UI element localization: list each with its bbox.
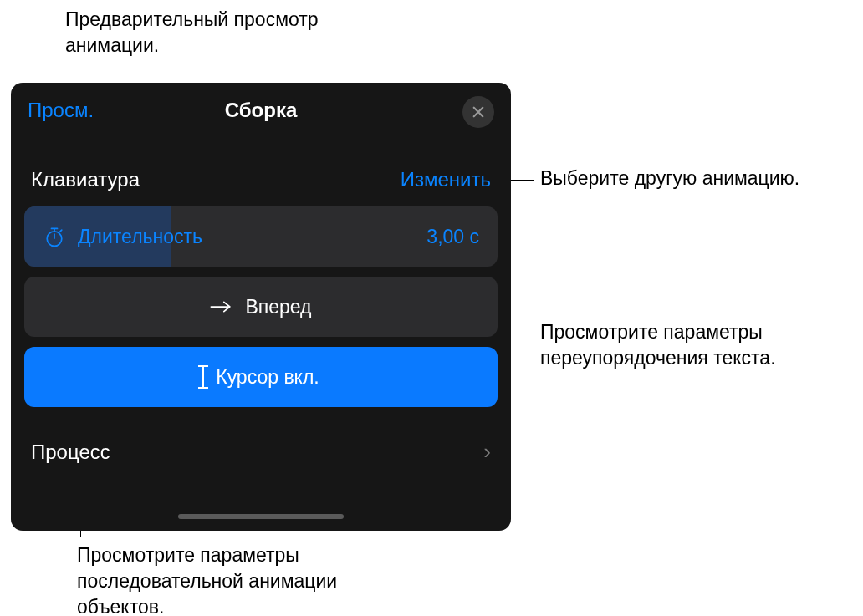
direction-label: Вперед: [245, 296, 311, 318]
stopwatch-icon: [43, 225, 66, 248]
callout-process: Просмотрите параметры последовательной а…: [77, 542, 411, 616]
home-indicator: [178, 514, 344, 519]
svg-line-4: [60, 230, 62, 232]
cursor-row[interactable]: Курсор вкл.: [24, 347, 498, 407]
callout-forward: Просмотрите параметры переупорядочения т…: [540, 319, 863, 371]
callout-change: Выберите другую анимацию.: [540, 165, 850, 191]
arrow-right-icon: [210, 298, 233, 315]
change-animation-button[interactable]: Изменить: [401, 168, 491, 191]
duration-left: Длительность: [43, 225, 202, 248]
panel-title: Сборка: [225, 99, 298, 122]
chevron-right-icon: ›: [483, 439, 491, 465]
panel-header: Просм. Сборка: [11, 83, 511, 138]
close-icon: [471, 104, 486, 120]
preview-button[interactable]: Просм.: [28, 99, 94, 122]
process-row[interactable]: Процесс ›: [11, 417, 511, 465]
duration-value: 3,00 с: [426, 226, 479, 248]
animation-name: Клавиатура: [31, 168, 140, 191]
process-label: Процесс: [31, 440, 110, 464]
duration-label: Длительность: [78, 226, 202, 248]
close-button[interactable]: [462, 96, 494, 128]
callout-preview: Предварительный просмотр анимации.: [65, 7, 383, 59]
build-panel: Просм. Сборка Клавиатура Изменить Длител…: [11, 83, 511, 531]
section-header: Клавиатура Изменить: [11, 138, 511, 206]
duration-row[interactable]: Длительность 3,00 с: [24, 206, 498, 267]
cursor-label: Курсор вкл.: [216, 366, 319, 389]
cursor-icon: [202, 365, 204, 389]
direction-row[interactable]: Вперед: [24, 277, 498, 337]
settings-rows: Длительность 3,00 с Вперед Курсор вкл.: [11, 206, 511, 407]
